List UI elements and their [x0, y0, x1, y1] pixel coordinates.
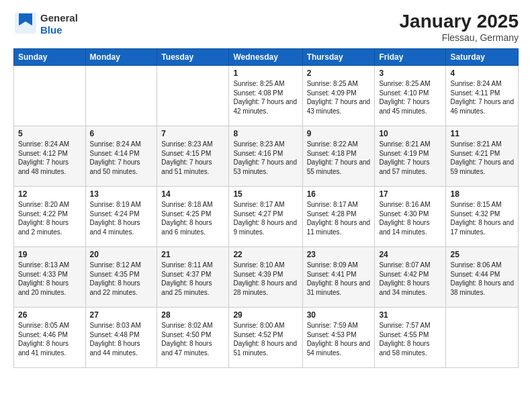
day-number: 18: [450, 189, 514, 199]
table-row: 24Sunrise: 8:07 AM Sunset: 4:42 PM Dayli…: [375, 247, 446, 308]
day-info: Sunrise: 8:23 AM Sunset: 4:16 PM Dayligh…: [233, 140, 298, 176]
table-row: 8Sunrise: 8:23 AM Sunset: 4:16 PM Daylig…: [229, 126, 302, 187]
day-info: Sunrise: 8:13 AM Sunset: 4:33 PM Dayligh…: [18, 261, 81, 297]
day-number: 22: [233, 250, 298, 259]
day-info: Sunrise: 8:17 AM Sunset: 4:28 PM Dayligh…: [307, 200, 371, 236]
day-info: Sunrise: 8:22 AM Sunset: 4:18 PM Dayligh…: [307, 140, 371, 176]
table-row: 11Sunrise: 8:21 AM Sunset: 4:21 PM Dayli…: [446, 126, 519, 187]
day-info: Sunrise: 8:20 AM Sunset: 4:22 PM Dayligh…: [18, 200, 81, 236]
table-row: [157, 66, 229, 126]
day-info: Sunrise: 8:03 AM Sunset: 4:48 PM Dayligh…: [90, 321, 153, 357]
day-number: 28: [161, 310, 224, 320]
day-info: Sunrise: 8:09 AM Sunset: 4:41 PM Dayligh…: [307, 261, 371, 297]
logo-text: General Blue: [40, 12, 78, 36]
day-info: Sunrise: 8:02 AM Sunset: 4:50 PM Dayligh…: [161, 321, 224, 357]
table-row: 16Sunrise: 8:17 AM Sunset: 4:28 PM Dayli…: [302, 187, 375, 247]
day-number: 14: [161, 189, 224, 199]
table-row: 20Sunrise: 8:12 AM Sunset: 4:35 PM Dayli…: [85, 247, 157, 308]
table-row: 29Sunrise: 8:00 AM Sunset: 4:52 PM Dayli…: [229, 308, 302, 368]
table-row: 3Sunrise: 8:25 AM Sunset: 4:10 PM Daylig…: [375, 66, 446, 126]
day-info: Sunrise: 8:06 AM Sunset: 4:44 PM Dayligh…: [450, 261, 514, 297]
table-row: [446, 308, 519, 368]
day-number: 9: [307, 129, 371, 138]
table-row: 26Sunrise: 8:05 AM Sunset: 4:46 PM Dayli…: [14, 308, 86, 368]
table-row: 30Sunrise: 7:59 AM Sunset: 4:53 PM Dayli…: [302, 308, 375, 368]
day-info: Sunrise: 8:15 AM Sunset: 4:32 PM Dayligh…: [450, 200, 514, 236]
day-info: Sunrise: 8:19 AM Sunset: 4:24 PM Dayligh…: [90, 200, 153, 236]
day-info: Sunrise: 8:21 AM Sunset: 4:19 PM Dayligh…: [379, 140, 441, 176]
day-number: 10: [379, 129, 441, 138]
table-row: 19Sunrise: 8:13 AM Sunset: 4:33 PM Dayli…: [14, 247, 86, 308]
day-info: Sunrise: 8:05 AM Sunset: 4:46 PM Dayligh…: [18, 321, 81, 357]
table-row: 13Sunrise: 8:19 AM Sunset: 4:24 PM Dayli…: [85, 187, 157, 247]
day-info: Sunrise: 8:24 AM Sunset: 4:11 PM Dayligh…: [450, 79, 514, 116]
table-row: 21Sunrise: 8:11 AM Sunset: 4:37 PM Dayli…: [157, 247, 229, 308]
day-number: 16: [307, 189, 371, 199]
table-row: 6Sunrise: 8:24 AM Sunset: 4:14 PM Daylig…: [85, 126, 157, 187]
day-number: 25: [450, 250, 514, 259]
header-friday: Friday: [375, 49, 446, 66]
table-row: 18Sunrise: 8:15 AM Sunset: 4:32 PM Dayli…: [446, 187, 519, 247]
day-number: 23: [307, 250, 371, 259]
table-row: 28Sunrise: 8:02 AM Sunset: 4:50 PM Dayli…: [157, 308, 229, 368]
table-row: 25Sunrise: 8:06 AM Sunset: 4:44 PM Dayli…: [446, 247, 519, 308]
day-info: Sunrise: 7:57 AM Sunset: 4:55 PM Dayligh…: [379, 321, 441, 357]
table-row: 4Sunrise: 8:24 AM Sunset: 4:11 PM Daylig…: [446, 66, 519, 126]
day-number: 7: [161, 129, 224, 138]
day-number: 6: [90, 129, 153, 138]
day-number: 19: [18, 250, 81, 259]
day-info: Sunrise: 8:16 AM Sunset: 4:30 PM Dayligh…: [379, 200, 441, 236]
day-number: 4: [450, 68, 514, 78]
calendar-week-row: 26Sunrise: 8:05 AM Sunset: 4:46 PM Dayli…: [14, 308, 519, 368]
day-info: Sunrise: 7:59 AM Sunset: 4:53 PM Dayligh…: [307, 321, 371, 357]
day-number: 30: [307, 310, 371, 320]
day-number: 26: [18, 310, 81, 320]
location-title: Flessau, Germany: [400, 32, 519, 43]
day-info: Sunrise: 8:10 AM Sunset: 4:39 PM Dayligh…: [233, 261, 298, 297]
day-info: Sunrise: 8:18 AM Sunset: 4:25 PM Dayligh…: [161, 200, 224, 236]
day-number: 13: [90, 189, 153, 199]
day-number: 17: [379, 189, 441, 199]
day-info: Sunrise: 8:23 AM Sunset: 4:15 PM Dayligh…: [161, 140, 224, 176]
day-number: 11: [450, 129, 514, 138]
calendar-week-row: 12Sunrise: 8:20 AM Sunset: 4:22 PM Dayli…: [14, 187, 519, 247]
header-thursday: Thursday: [302, 49, 375, 66]
day-number: 20: [90, 250, 153, 259]
day-number: 27: [90, 310, 153, 320]
month-title: January 2025: [400, 11, 519, 32]
table-row: 7Sunrise: 8:23 AM Sunset: 4:15 PM Daylig…: [157, 126, 229, 187]
day-info: Sunrise: 8:25 AM Sunset: 4:08 PM Dayligh…: [233, 79, 298, 116]
calendar-week-row: 19Sunrise: 8:13 AM Sunset: 4:33 PM Dayli…: [14, 247, 519, 308]
table-row: 23Sunrise: 8:09 AM Sunset: 4:41 PM Dayli…: [302, 247, 375, 308]
day-number: 29: [233, 310, 298, 320]
calendar: Sunday Monday Tuesday Wednesday Thursday…: [13, 48, 519, 368]
header-sunday: Sunday: [14, 49, 86, 66]
day-number: 2: [307, 68, 371, 78]
day-info: Sunrise: 8:17 AM Sunset: 4:27 PM Dayligh…: [233, 200, 298, 236]
table-row: 17Sunrise: 8:16 AM Sunset: 4:30 PM Dayli…: [375, 187, 446, 247]
day-info: Sunrise: 8:11 AM Sunset: 4:37 PM Dayligh…: [161, 261, 224, 297]
day-number: 31: [379, 310, 441, 320]
day-number: 5: [18, 129, 81, 138]
day-info: Sunrise: 8:21 AM Sunset: 4:21 PM Dayligh…: [450, 140, 514, 176]
page: General Blue January 2025 Flessau, Germa…: [0, 0, 532, 379]
table-row: 2Sunrise: 8:25 AM Sunset: 4:09 PM Daylig…: [302, 66, 375, 126]
day-number: 8: [233, 129, 298, 138]
weekday-header-row: Sunday Monday Tuesday Wednesday Thursday…: [14, 49, 519, 66]
header-tuesday: Tuesday: [157, 49, 229, 66]
table-row: 31Sunrise: 7:57 AM Sunset: 4:55 PM Dayli…: [375, 308, 446, 368]
table-row: 12Sunrise: 8:20 AM Sunset: 4:22 PM Dayli…: [14, 187, 86, 247]
day-number: 12: [18, 189, 81, 199]
header-wednesday: Wednesday: [229, 49, 302, 66]
day-info: Sunrise: 8:24 AM Sunset: 4:14 PM Dayligh…: [90, 140, 153, 176]
day-number: 24: [379, 250, 441, 259]
table-row: 27Sunrise: 8:03 AM Sunset: 4:48 PM Dayli…: [85, 308, 157, 368]
calendar-week-row: 1Sunrise: 8:25 AM Sunset: 4:08 PM Daylig…: [14, 66, 519, 126]
day-info: Sunrise: 8:12 AM Sunset: 4:35 PM Dayligh…: [90, 261, 153, 297]
table-row: 5Sunrise: 8:24 AM Sunset: 4:12 PM Daylig…: [14, 126, 86, 187]
table-row: 22Sunrise: 8:10 AM Sunset: 4:39 PM Dayli…: [229, 247, 302, 308]
logo: General Blue: [13, 11, 78, 38]
header-monday: Monday: [85, 49, 157, 66]
title-block: January 2025 Flessau, Germany: [400, 11, 519, 43]
day-info: Sunrise: 8:25 AM Sunset: 4:10 PM Dayligh…: [379, 79, 441, 116]
